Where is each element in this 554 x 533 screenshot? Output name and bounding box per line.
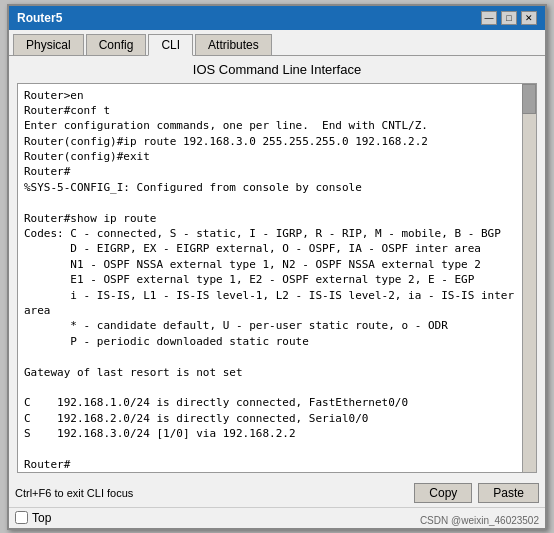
main-content: IOS Command Line Interface Router>en Rou… [9, 56, 545, 479]
bottom-bar: Ctrl+F6 to exit CLI focus Copy Paste [9, 479, 545, 507]
close-button[interactable]: ✕ [521, 11, 537, 25]
terminal-wrapper: Router>en Router#conf t Enter configurat… [17, 83, 537, 473]
tab-attributes[interactable]: Attributes [195, 34, 272, 55]
top-checkbox[interactable] [15, 511, 28, 524]
button-group: Copy Paste [414, 483, 539, 503]
section-title: IOS Command Line Interface [17, 62, 537, 77]
top-label: Top [32, 511, 51, 525]
status-text: Ctrl+F6 to exit CLI focus [15, 487, 133, 499]
tab-bar: Physical Config CLI Attributes [9, 30, 545, 56]
tab-config[interactable]: Config [86, 34, 147, 55]
scrollbar[interactable] [522, 84, 536, 472]
paste-button[interactable]: Paste [478, 483, 539, 503]
maximize-button[interactable]: □ [501, 11, 517, 25]
tab-physical[interactable]: Physical [13, 34, 84, 55]
router-window: Router5 — □ ✕ Physical Config CLI Attrib… [7, 4, 547, 530]
terminal-output[interactable]: Router>en Router#conf t Enter configurat… [18, 84, 536, 472]
window-title: Router5 [17, 11, 62, 25]
top-checkbox-label[interactable]: Top [15, 511, 51, 525]
window-controls: — □ ✕ [481, 11, 537, 25]
minimize-button[interactable]: — [481, 11, 497, 25]
tab-cli[interactable]: CLI [148, 34, 193, 56]
terminal-text: Router>en Router#conf t Enter configurat… [24, 88, 530, 472]
scrollbar-thumb[interactable] [522, 84, 536, 114]
title-bar: Router5 — □ ✕ [9, 6, 545, 30]
copy-button[interactable]: Copy [414, 483, 472, 503]
watermark: CSDN @weixin_46023502 [420, 515, 539, 526]
